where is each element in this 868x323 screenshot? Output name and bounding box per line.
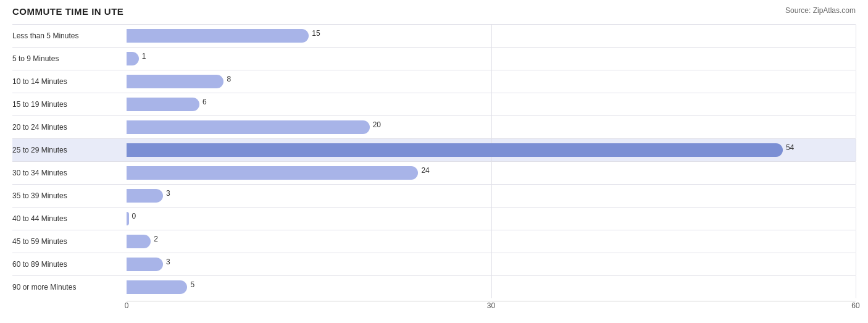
grid-line [856,93,856,115]
grid-line [856,116,856,138]
bar-label: 90 or more Minutes [12,283,127,292]
bar-label: 40 to 44 Minutes [12,214,127,223]
bar-value-label: 2 [154,235,158,243]
bar-row: 60 to 89 Minutes3 [12,253,856,275]
bar-label: 45 to 59 Minutes [12,237,127,246]
bar-label: 30 to 34 Minutes [12,169,127,177]
grid-line [491,208,492,230]
grid-line [856,276,856,298]
bar-row: 15 to 19 Minutes6 [12,93,856,115]
bar-container: 54 [127,139,856,161]
bar-container: 20 [127,116,856,138]
bar-fill: 24 [127,166,418,180]
bar-row: 35 to 39 Minutes3 [12,184,856,207]
bar-container: 8 [127,70,856,93]
grid-line [856,162,856,184]
bar-row: 40 to 44 Minutes0 [12,207,856,230]
bar-row: 45 to 59 Minutes2 [12,230,856,253]
bar-label: 15 to 19 Minutes [12,100,127,109]
grid-line [491,25,492,47]
chart-title: COMMUTE TIME IN UTE [12,6,123,17]
grid-line [856,25,856,47]
grid-line [856,185,856,207]
bar-value-label: 6 [202,98,207,106]
bar-value-label: 5 [190,280,194,289]
bar-row: 90 or more Minutes5 [12,275,856,298]
bar-container: 1 [127,48,856,70]
x-axis-tick: 0 [125,301,129,310]
bar-row: 10 to 14 Minutes8 [12,70,856,93]
bar-row: 20 to 24 Minutes20 [12,115,856,138]
bar-value-label: 15 [312,29,320,38]
grid-line [491,70,492,93]
grid-line [491,276,492,298]
grid-line [856,208,856,230]
bar-row: 25 to 29 Minutes54 [12,138,856,161]
grid-line [491,162,492,184]
bar-container: 2 [127,230,856,253]
bar-container: 3 [127,253,856,275]
bar-fill: 3 [127,258,163,271]
bar-value-label: 54 [786,143,794,152]
grid-line [491,116,492,138]
bar-value-label: 1 [142,52,146,61]
bar-fill: 54 [127,143,783,157]
grid-line [491,93,492,115]
bar-fill: 20 [127,120,370,134]
grid-line [856,70,856,93]
bar-value-label: 24 [421,166,429,175]
bar-container: 24 [127,162,856,184]
bar-container: 3 [127,185,856,207]
x-axis: 03060 [127,301,856,313]
bar-label: 60 to 89 Minutes [12,260,127,269]
bar-value-label: 20 [373,120,381,129]
bar-label: 20 to 24 Minutes [12,123,127,132]
bar-fill: 6 [127,98,199,111]
bar-fill: 3 [127,189,163,203]
grid-line [856,48,856,70]
bar-container: 0 [127,208,856,230]
grid-line [491,185,492,207]
bar-value-label: 0 [132,212,136,220]
bar-value-label: 3 [166,189,170,198]
bar-row: Less than 5 Minutes15 [12,24,856,47]
bar-container: 15 [127,25,856,47]
bar-fill: 2 [127,235,151,248]
bar-value-label: 3 [166,258,170,266]
grid-line [856,139,856,161]
bar-value-label: 8 [227,75,231,83]
bar-label: 25 to 29 Minutes [12,146,127,154]
bar-row: 30 to 34 Minutes24 [12,161,856,184]
bar-fill: 5 [127,280,187,294]
bar-label: 10 to 14 Minutes [12,77,127,86]
bar-label: 5 to 9 Minutes [12,54,127,63]
grid-line [491,253,492,275]
chart-area: Less than 5 Minutes155 to 9 Minutes110 t… [12,24,856,313]
x-axis-tick: 30 [487,301,495,310]
bars-container: Less than 5 Minutes155 to 9 Minutes110 t… [12,24,856,298]
grid-line [856,253,856,275]
chart-source: Source: ZipAtlas.com [785,6,856,15]
bar-fill: 15 [127,29,309,43]
bar-label: Less than 5 Minutes [12,31,127,40]
bar-row: 5 to 9 Minutes1 [12,47,856,70]
bar-container: 6 [127,93,856,115]
bar-fill: 1 [127,52,139,65]
chart-header: COMMUTE TIME IN UTE Source: ZipAtlas.com [12,6,856,17]
grid-line [856,230,856,253]
bar-fill: 8 [127,75,223,88]
x-axis-tick: 60 [851,301,859,310]
grid-line [491,230,492,253]
bar-fill: 0 [127,212,129,225]
chart-container: COMMUTE TIME IN UTE Source: ZipAtlas.com… [12,6,856,313]
bar-container: 5 [127,276,856,298]
grid-line [491,48,492,70]
bar-label: 35 to 39 Minutes [12,191,127,200]
